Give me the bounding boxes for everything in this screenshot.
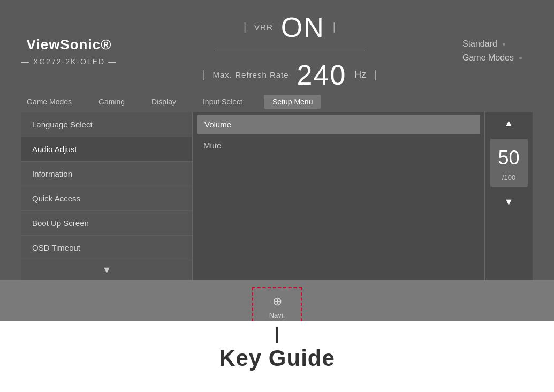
slider-max: /100 [502,174,515,182]
tab-input-select[interactable]: Input Select [198,95,248,109]
vrr-value: ON [281,11,325,43]
menu-item-quick-access[interactable]: Quick Access [21,186,192,211]
slider-arrow-down[interactable]: ▼ [499,191,519,213]
refresh-row: | Max. Refresh Rate 240 Hz | [138,59,441,91]
tab-game-modes[interactable]: Game Modes [21,95,77,109]
divider-right2: | [374,69,377,81]
tab-gaming[interactable]: Gaming [93,95,130,109]
divider-right: | [333,21,336,33]
right-dot-2 [519,57,522,59]
divider-left2: | [202,69,204,81]
stat-divider-line [215,51,365,51]
nav-tabs: Game Modes Gaming Display Input Select S… [0,91,554,112]
slider-value-box: 50 /100 [490,139,528,187]
menu-item-boot-up-screen[interactable]: Boot Up Screen [21,211,192,236]
brand-logo: ViewSonic® [27,36,112,53]
menu-item-language-select[interactable]: Language Select [21,112,192,137]
navi-button-box[interactable]: ⊕ Navi. [252,287,302,321]
arrow-down-icon: ▼ [102,265,112,276]
hz-label: Hz [354,69,366,80]
top-info-bar: ViewSonic® — XG272-2K-OLED — | VRR ON | … [0,0,554,91]
menu-left: Language Select Audio Adjust Information… [21,112,193,280]
menu-right-volume[interactable]: Volume [197,115,480,134]
menu-item-information[interactable]: Information [21,162,192,186]
mode-label: Standard [462,39,497,49]
menu-item-audio-adjust[interactable]: Audio Adjust [21,137,192,162]
navi-label: Navi. [269,311,285,319]
slider-value: 50 [498,147,519,169]
vrr-label: VRR [254,22,273,32]
game-modes-label: Game Modes [462,53,514,63]
key-guide-arrow [276,327,278,343]
mode-row: Standard [462,39,505,49]
tab-setup-menu[interactable]: Setup Menu [264,95,322,109]
brand-section: ViewSonic® — XG272-2K-OLED — [21,36,117,66]
tab-display[interactable]: Display [146,95,181,109]
menu-item-osd-timeout[interactable]: OSD Timeout [21,236,192,260]
key-guide-area: Key Guide [0,321,554,392]
slider-arrow-up[interactable]: ▲ [499,112,519,134]
center-stats: | VRR ON | | Max. Refresh Rate 240 Hz | [138,11,441,91]
right-dot-1 [503,43,505,46]
game-modes-row: Game Modes [462,53,522,63]
refresh-value: 240 [297,59,347,91]
key-guide-text: Key Guide [219,345,335,371]
navi-joystick-icon: ⊕ [272,295,282,308]
menu-left-scroll-down[interactable]: ▼ [21,260,192,280]
right-stats: Standard Game Modes [462,39,533,63]
menu-area: Language Select Audio Adjust Information… [21,112,533,280]
slider-section: ▲ 50 /100 ▼ [484,112,533,280]
navi-area: ⊕ Navi. [0,280,554,321]
menu-right: Volume Mute [193,112,484,280]
menu-right-mute[interactable]: Mute [193,137,484,154]
vrr-row: | VRR ON | [138,11,441,43]
monitor-screen: ViewSonic® — XG272-2K-OLED — | VRR ON | … [0,0,554,321]
brand-model: — XG272-2K-OLED — [21,57,117,66]
refresh-label: Max. Refresh Rate [213,70,289,79]
divider-left: | [244,21,246,33]
